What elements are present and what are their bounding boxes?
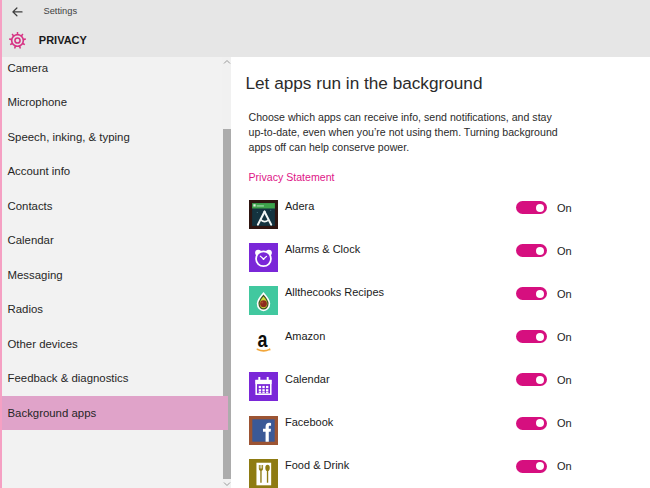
svg-text:a: a: [257, 329, 267, 351]
